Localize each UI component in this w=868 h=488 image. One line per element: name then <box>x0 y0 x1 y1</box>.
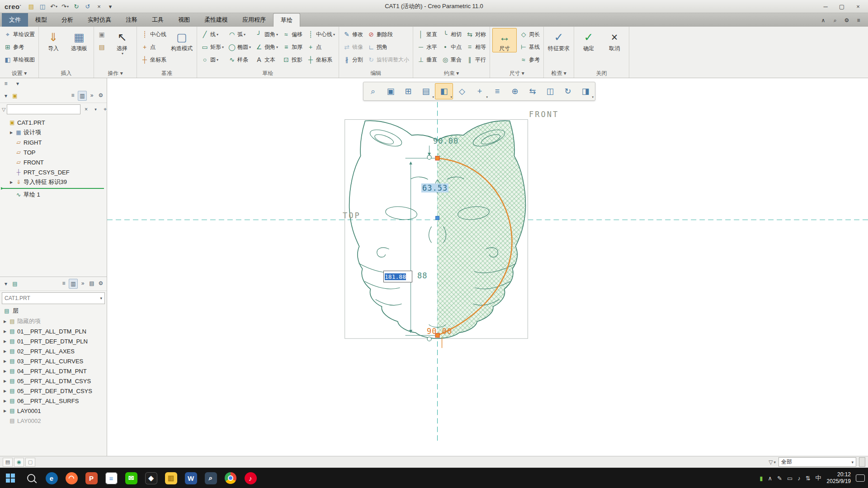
regenerate-button[interactable]: ↻ <box>71 1 82 11</box>
tab-annotate[interactable]: 注释 <box>118 13 145 27</box>
taskbar-clock[interactable]: 20:12 2025/9/19 <box>825 471 853 485</box>
layer-tree-icon[interactable]: ▤ <box>88 279 96 288</box>
resources-button[interactable]: ≡ <box>854 16 863 25</box>
line-button[interactable]: ╱线▾ <box>199 28 225 41</box>
graphics-area[interactable]: ⌕▣⊞▤▾◧▾◇+▾≡⊕⇆◫↻◨▾ FRONTTOP90.0063.538890… <box>107 78 868 456</box>
centerline-button[interactable]: ┊中心线▾ <box>305 28 336 41</box>
expander-icon[interactable]: ▶ <box>2 339 8 343</box>
cancel-button[interactable]: ×取消 <box>602 28 627 52</box>
tray-display[interactable]: ▭ <box>787 475 793 482</box>
tree-item[interactable]: ▶▦设计项 <box>0 127 107 137</box>
chrome-taskbar-button[interactable] <box>221 468 241 488</box>
tab-sketch[interactable]: 草绘 <box>273 13 300 27</box>
tree-item[interactable]: ▣CAT1.PRT <box>0 117 107 127</box>
group-label-get-data[interactable]: 插入 <box>39 69 94 78</box>
everything-taskbar-button[interactable]: ⌕ <box>201 468 221 488</box>
construction-mode-button[interactable]: ▢构造模式 <box>169 28 194 52</box>
chamfer-button[interactable]: ∠倒角▾ <box>254 41 279 53</box>
tree-item[interactable]: ▶▤05__PRT_ALL_DTM_CSYS <box>0 376 107 386</box>
tray-status[interactable]: ▮ <box>760 475 763 482</box>
layers-root-node[interactable]: ▤ 层 <box>0 305 107 316</box>
fillet-button[interactable]: ╯圆角▾ <box>254 28 279 41</box>
sketch-view-button[interactable]: ◧草绘视图 <box>2 53 36 66</box>
vertical-constraint-button[interactable]: │竖直 <box>415 28 439 41</box>
dimension-button[interactable]: ↔尺寸 <box>492 28 517 52</box>
dim-partial[interactable]: 88 <box>416 271 428 280</box>
command-search-button[interactable]: ⌕ <box>830 16 840 25</box>
tray-volume[interactable]: ♪ <box>797 475 801 482</box>
expander-icon[interactable]: ▶ <box>2 329 8 333</box>
section-button[interactable]: ◫ <box>542 84 559 99</box>
perpendicular-constraint-button[interactable]: ⊥垂直 <box>415 53 439 66</box>
undo-button[interactable]: ↶▾ <box>48 1 59 11</box>
tree-item[interactable]: ▶▤03__PRT_ALL_CURVES <box>0 356 107 366</box>
tab-live-simulation[interactable]: 实时仿真 <box>80 13 118 27</box>
tree-item[interactable]: ▶▤01__PRT_ALL_DTM_PLN <box>0 326 107 336</box>
notification-center-button[interactable] <box>853 468 868 488</box>
expander-icon[interactable]: ▶ <box>2 389 8 393</box>
file-explorer-taskbar-button[interactable]: ▥ <box>161 468 181 488</box>
zoom-region-button[interactable]: ⊞ <box>400 84 417 99</box>
tab-view[interactable]: 视图 <box>171 13 197 27</box>
expander-icon[interactable]: ▶ <box>2 379 8 383</box>
word-taskbar-button[interactable]: W <box>181 468 201 488</box>
layer-collapse[interactable]: ▾ <box>2 279 10 288</box>
tree-item[interactable]: ∿草绘 1 <box>0 190 107 200</box>
tree-view-toggle[interactable]: ≡ <box>2 79 10 88</box>
thicken-button[interactable]: ≡加厚 <box>281 41 304 53</box>
dim-mid[interactable]: 63.53 <box>421 183 448 192</box>
edge-taskbar-button[interactable]: e <box>42 468 61 488</box>
divide-button[interactable]: ∦分割 <box>341 53 364 66</box>
point-button[interactable]: +点 <box>305 41 336 53</box>
select-button[interactable]: ↖选择▾ <box>110 28 134 56</box>
tree-item[interactable]: ▶⇓导入特征 标识39 <box>0 177 107 187</box>
tree-item[interactable]: ▱RIGHT <box>0 137 107 147</box>
tab-model[interactable]: 模型 <box>28 13 54 27</box>
rectangle-button[interactable]: ▭矩形▾ <box>199 41 225 53</box>
sketch-display-button[interactable]: ◇ <box>453 84 471 99</box>
wechat-taskbar-button[interactable]: ✉ <box>121 468 141 488</box>
group-label-settings[interactable]: 设置 ▾ <box>0 69 38 78</box>
model-icon[interactable]: ▣ <box>11 91 19 100</box>
group-label-sketching[interactable]: 草绘 <box>197 69 339 78</box>
selection-funnel[interactable]: ▽ ▾ <box>769 459 776 465</box>
maximize-button[interactable]: ▢ <box>834 0 850 12</box>
layers-icon[interactable]: ▤ <box>11 279 19 288</box>
centerline-datum-button[interactable]: ┊中心线 <box>139 28 168 41</box>
tree-item[interactable]: ▶▤06__PRT_ALL_SURFS <box>0 396 107 406</box>
symmetric-constraint-button[interactable]: ⇆对称 <box>464 28 487 41</box>
coordinate-system-button[interactable]: ┼坐标系 <box>305 53 336 66</box>
tray-pen[interactable]: ✎ <box>777 475 782 482</box>
tree-more[interactable]: » <box>88 91 96 100</box>
layer-more[interactable]: » <box>79 279 87 288</box>
arc-button[interactable]: ◠弧▾ <box>226 28 252 41</box>
filter-clear-icon[interactable]: × <box>82 105 90 114</box>
circle-button[interactable]: ○圆▾ <box>199 53 225 66</box>
tab-tools[interactable]: 工具 <box>145 13 171 27</box>
zoom-in-button[interactable]: ⌕ <box>364 84 382 99</box>
capcut-taskbar-button[interactable]: ◆ <box>141 468 161 488</box>
tree-item[interactable]: ▶▤05__PRT_DEF_DTM_CSYS <box>0 386 107 396</box>
tree-item[interactable]: ▶▤02__PRT_ALL_AXES <box>0 346 107 356</box>
sketch-setup-button[interactable]: ⌖草绘设置 <box>2 28 36 41</box>
cat-mask-outline-left[interactable] <box>349 121 438 338</box>
close-button[interactable]: × <box>850 0 866 12</box>
feature-requirements-button[interactable]: ✓特征要求 <box>546 28 571 52</box>
notes-taskbar-button[interactable]: ≡ <box>101 468 121 488</box>
taskbar-search-button[interactable] <box>21 468 42 488</box>
offset-button[interactable]: ≈偏移 <box>281 28 304 41</box>
parallel-constraint-button[interactable]: ∥平行 <box>464 53 487 66</box>
refresh-button[interactable]: ↺ <box>82 1 93 11</box>
graphics-options-button[interactable]: ◨▾ <box>577 84 594 99</box>
settings-button[interactable]: ⚙ <box>842 16 852 25</box>
display-style-button[interactable]: ◧▾ <box>435 83 453 99</box>
sketch-orientation-button[interactable]: ⇆ <box>524 84 541 99</box>
save-button[interactable]: ◫ <box>37 1 48 11</box>
status-model[interactable]: ◉ <box>14 458 24 467</box>
import-button[interactable]: ⇓导入 <box>41 28 66 52</box>
tree-item[interactable]: ▶▤隐藏的项 <box>0 316 107 326</box>
copy-button[interactable]: ▣ <box>96 28 108 41</box>
tree-column-view[interactable]: ▥ <box>78 91 87 101</box>
layer-options[interactable]: ⚙ <box>97 279 105 288</box>
customize-button[interactable]: ▾ <box>105 1 116 11</box>
